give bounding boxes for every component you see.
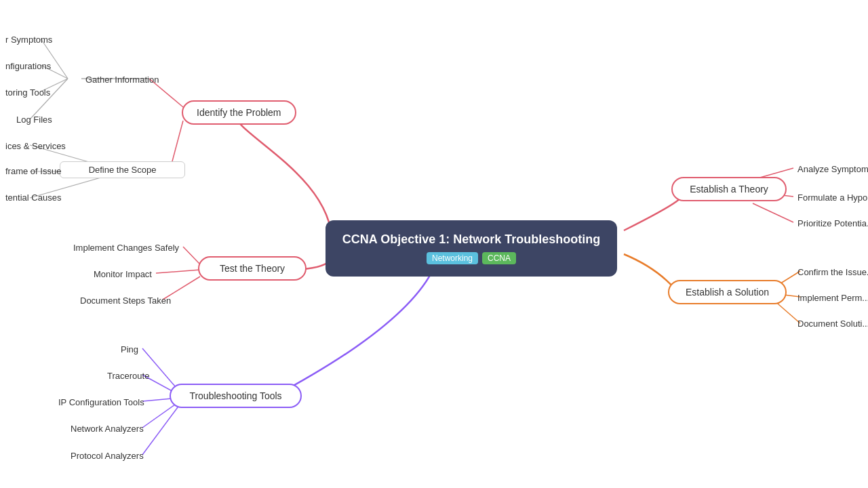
ip-config-node: IP Configuration Tools: [53, 394, 150, 410]
test-theory-label: Test the Theory: [220, 263, 285, 274]
tag-ccna[interactable]: CCNA: [482, 252, 516, 264]
network-analyzers-node: Network Analyzers: [65, 421, 149, 436]
symptoms-node: r Symptoms: [0, 32, 58, 47]
log-files-node: Log Files: [11, 112, 58, 127]
troubleshooting-tools-node[interactable]: Troubleshooting Tools: [170, 384, 302, 408]
protocol-analyzers-node: Protocol Analyzers: [65, 448, 149, 464]
test-theory-node[interactable]: Test the Theory: [198, 256, 307, 281]
establish-theory-label: Establish a Theory: [690, 184, 768, 195]
ping-node: Ping: [115, 342, 144, 357]
document-solution-node: Document Soluti...: [792, 316, 868, 331]
ip-config-label: IP Configuration Tools: [58, 397, 144, 407]
tag-container: Networking CCNA: [427, 252, 516, 264]
frame-issue-label: frame of Issue: [5, 166, 61, 176]
establish-solution-node[interactable]: Establish a Solution: [668, 280, 787, 304]
svg-line-11: [753, 203, 793, 222]
implement-perm-node: Implement Perm...: [792, 290, 868, 306]
main-title: CCNA Objective 1: Network Troubleshootin…: [342, 232, 600, 247]
define-scope-label: Define the Scope: [89, 165, 157, 175]
document-steps-node: Document Steps Taken: [75, 293, 176, 308]
troubleshooting-tools-label: Troubleshooting Tools: [189, 390, 281, 401]
frame-issue-node: frame of Issue: [0, 163, 66, 179]
establish-theory-node[interactable]: Establish a Theory: [671, 177, 787, 201]
establish-solution-label: Establish a Solution: [686, 287, 769, 298]
prioritize-node: Prioritize Potentia...: [792, 216, 868, 231]
main-node[interactable]: CCNA Objective 1: Network Troubleshootin…: [326, 220, 617, 277]
tag-networking[interactable]: Networking: [427, 252, 478, 264]
define-scope-node: Define the Scope: [60, 161, 185, 178]
svg-line-12: [183, 247, 200, 264]
confirm-issue-node: Confirm the Issue...: [792, 264, 868, 280]
traceroute-node: Traceroute: [102, 368, 155, 384]
monitor-impact-node: Monitor Impact: [88, 266, 157, 282]
gather-information-node: Gather Information: [80, 72, 164, 87]
monitoring-tools-node: toring Tools: [0, 85, 56, 100]
potential-causes-node: tential Causes: [0, 190, 66, 205]
analyze-symptoms-node: Analyze Symptom...: [792, 161, 868, 177]
identify-problem-label: Identify the Problem: [197, 107, 281, 118]
identify-problem-node[interactable]: Identify the Problem: [182, 100, 296, 125]
svg-line-13: [156, 270, 200, 273]
gather-info-label: Gather Information: [85, 75, 159, 85]
configurations-node: nfigurations: [0, 58, 56, 74]
implement-changes-node: Implement Changes Safely: [68, 240, 184, 256]
services-node: ices & Services: [0, 138, 71, 154]
formulate-hypo-node: Formulate a Hypo...: [792, 190, 868, 205]
